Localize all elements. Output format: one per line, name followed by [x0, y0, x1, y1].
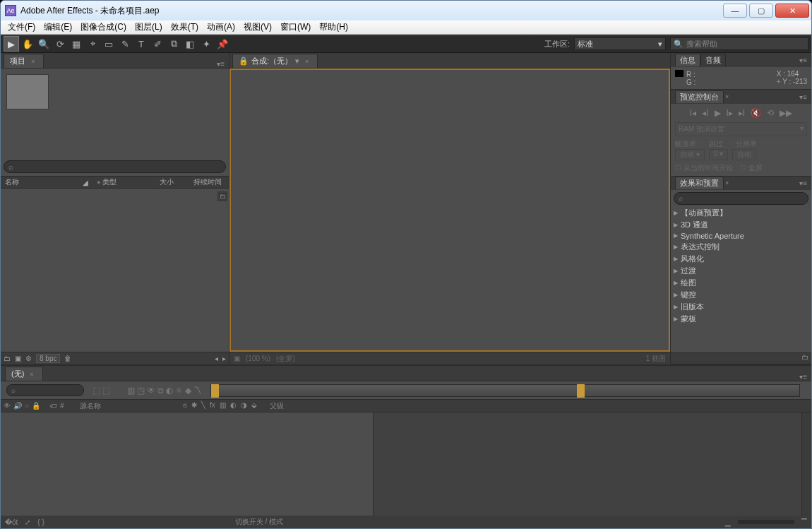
- cti-indicator[interactable]: [211, 384, 219, 398]
- fx-switch-icon[interactable]: fx: [210, 401, 215, 411]
- label-icon[interactable]: 🏷: [50, 402, 57, 410]
- menu-layer[interactable]: 图层(L): [131, 20, 167, 34]
- menu-window[interactable]: 窗口(W): [276, 20, 315, 34]
- zoom-dropdown[interactable]: (100 %): [246, 355, 270, 362]
- col-name[interactable]: 名称: [1, 177, 78, 187]
- camera-tool[interactable]: ▦: [68, 36, 84, 52]
- solo-icon[interactable]: ○: [25, 402, 29, 410]
- preview-res-dropdown[interactable]: 自动: [732, 149, 756, 160]
- new-bin-icon[interactable]: 🗀: [801, 353, 808, 364]
- effects-category[interactable]: ▶风格化: [674, 253, 808, 265]
- timecode-input[interactable]: ⌕: [6, 384, 84, 396]
- preview-rate-dropdown[interactable]: 自动 ▾: [675, 149, 705, 160]
- play-icon[interactable]: ▶: [715, 108, 721, 118]
- scroll-right-icon[interactable]: ▸: [222, 355, 226, 362]
- prev-frame-icon[interactable]: ◂I: [702, 108, 708, 118]
- preview-skip-dropdown[interactable]: 0 ▾: [709, 149, 728, 160]
- comp-mini-flowchart-icon[interactable]: ▥: [127, 386, 135, 396]
- menu-animation[interactable]: 动画(A): [203, 20, 239, 34]
- toggle-modes-button[interactable]: 切换开关 / 模式: [235, 517, 283, 527]
- maximize-button[interactable]: ▢: [749, 4, 773, 18]
- timeline-scrollbar[interactable]: [801, 412, 811, 516]
- effects-category[interactable]: ▶3D 通道: [674, 219, 808, 231]
- col-size[interactable]: 大小: [155, 177, 189, 187]
- hand-tool[interactable]: ✋: [20, 36, 35, 52]
- close-button[interactable]: ✕: [775, 4, 809, 18]
- rect-tool[interactable]: ▭: [101, 36, 117, 52]
- tab-project[interactable]: 项目 ×: [4, 54, 44, 68]
- folder-icon[interactable]: 🗀: [4, 355, 11, 362]
- frame-blend-icon[interactable]: ⧉: [157, 386, 164, 396]
- bpc-button[interactable]: 8 bpc: [36, 354, 60, 363]
- zoom-slider[interactable]: [738, 520, 794, 524]
- motionblur-switch-icon[interactable]: ◐: [230, 401, 237, 411]
- frameblend-switch-icon[interactable]: ▥: [220, 401, 226, 411]
- time-ruler[interactable]: [210, 384, 800, 397]
- 3d-switch-icon[interactable]: ⬙: [251, 401, 257, 411]
- audio-icon[interactable]: 🔊: [13, 402, 22, 410]
- brush-tool[interactable]: ✐: [150, 36, 165, 52]
- menu-help[interactable]: 帮助(H): [315, 20, 352, 34]
- menu-file[interactable]: 文件(F): [4, 20, 40, 34]
- close-icon[interactable]: ×: [305, 58, 309, 65]
- menu-composition[interactable]: 图像合成(C): [76, 20, 131, 34]
- zoom-out-icon[interactable]: ▁: [725, 518, 731, 526]
- close-icon[interactable]: ×: [31, 58, 35, 65]
- brackets-icon[interactable]: { }: [37, 518, 44, 526]
- panel-menu-icon[interactable]: ▾≡: [799, 93, 807, 101]
- col-source-name[interactable]: 源名称: [80, 401, 179, 411]
- project-item-list[interactable]: 🗀: [1, 189, 229, 352]
- graph-editor-icon[interactable]: 〽: [193, 386, 202, 396]
- scroll-left-icon[interactable]: ◂: [215, 355, 218, 362]
- col-label[interactable]: ◢●: [78, 179, 98, 186]
- first-frame-icon[interactable]: I◂: [690, 108, 696, 118]
- work-area-end[interactable]: [577, 384, 585, 398]
- puppet-tool[interactable]: 📌: [215, 36, 230, 52]
- mute-icon[interactable]: 🔇: [751, 108, 761, 118]
- menu-edit[interactable]: 编辑(E): [40, 20, 76, 34]
- hide-shy-icon[interactable]: 👁: [147, 386, 155, 396]
- col-type[interactable]: 类型: [98, 177, 155, 187]
- eraser-tool[interactable]: ◧: [182, 36, 198, 52]
- tab-info[interactable]: 信息: [675, 54, 700, 66]
- effects-category[interactable]: ▶键控: [674, 289, 808, 301]
- pan-behind-tool[interactable]: ⌖: [85, 36, 100, 52]
- collapse-switch-icon[interactable]: ✱: [191, 401, 197, 411]
- effects-category[interactable]: ▶【动画预置】: [674, 207, 808, 219]
- tab-composition[interactable]: 🔒 合成:（无） ▾ ×: [232, 54, 318, 68]
- brainstorm-icon[interactable]: ⚛: [175, 386, 183, 396]
- tl-btn[interactable]: ⬚: [102, 386, 110, 396]
- zoom-in-icon[interactable]: ▔: [801, 518, 807, 526]
- chevron-down-icon[interactable]: ▾: [295, 57, 299, 66]
- trash-icon[interactable]: 🗑: [64, 355, 71, 362]
- av-features-icon[interactable]: 👁: [4, 402, 11, 410]
- effects-category[interactable]: ▶旧版本: [674, 301, 808, 313]
- menu-view[interactable]: 视图(V): [239, 20, 276, 34]
- effects-category[interactable]: ▶表达式控制: [674, 241, 808, 253]
- roto-tool[interactable]: ✦: [198, 36, 214, 52]
- project-search-input[interactable]: ⌕: [4, 160, 226, 173]
- pen-tool[interactable]: ✎: [117, 36, 133, 52]
- loop-icon[interactable]: ⟲: [767, 108, 774, 118]
- timeline-layer-list[interactable]: [1, 412, 374, 516]
- minimize-button[interactable]: —: [723, 4, 747, 18]
- effects-category[interactable]: ▶Synthetic Aperture: [674, 231, 808, 241]
- tab-effects[interactable]: 效果和预置: [675, 177, 724, 189]
- motion-blur-icon[interactable]: ◐: [166, 386, 173, 396]
- close-icon[interactable]: ×: [30, 371, 33, 378]
- menu-effect[interactable]: 效果(T): [167, 20, 203, 34]
- search-help-input[interactable]: 🔍 搜索帮助: [670, 37, 808, 50]
- lock-icon[interactable]: 🔒: [32, 402, 40, 410]
- panel-menu-icon[interactable]: ▾≡: [799, 57, 807, 64]
- zoom-tool[interactable]: 🔍: [36, 36, 52, 52]
- effects-category[interactable]: ▶过渡: [674, 265, 808, 277]
- auto-keyframe-icon[interactable]: ◆: [185, 386, 191, 396]
- panel-menu-icon[interactable]: ▾≡: [217, 60, 225, 68]
- selection-tool[interactable]: ▶: [4, 36, 19, 52]
- interpret-icon[interactable]: 🗀: [217, 191, 227, 201]
- draft3d-icon[interactable]: ◳: [137, 386, 145, 396]
- project-settings-icon[interactable]: ⚙: [25, 355, 32, 362]
- index-icon[interactable]: #: [60, 402, 64, 410]
- quality-switch-icon[interactable]: ╲: [201, 401, 205, 411]
- adjustment-switch-icon[interactable]: ◑: [241, 401, 247, 411]
